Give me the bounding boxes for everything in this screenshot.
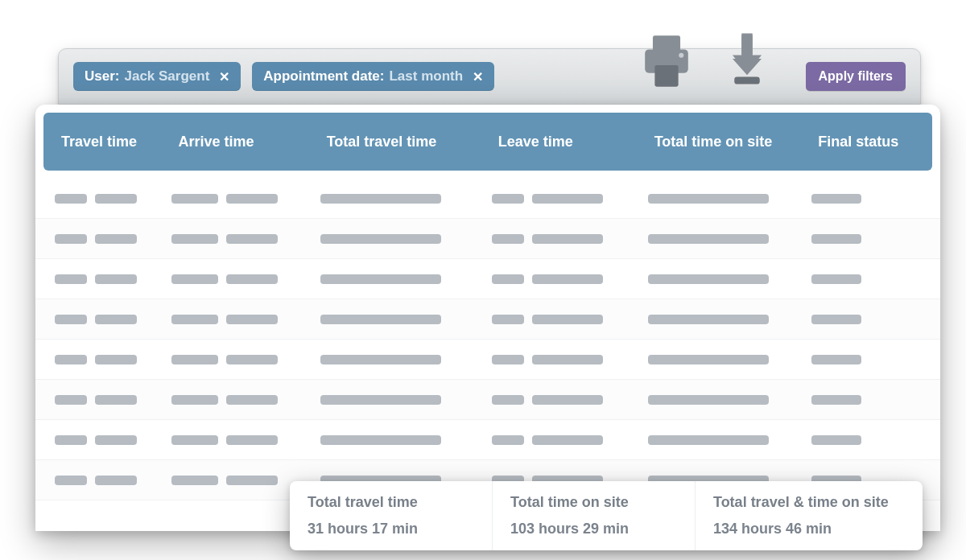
- summary-combined: Total travel & time on site 134 hours 46…: [696, 481, 923, 550]
- table-cell: [648, 234, 812, 244]
- placeholder: [55, 234, 87, 244]
- placeholder: [226, 234, 278, 244]
- table-cell: [648, 395, 812, 405]
- table-cell: [55, 435, 171, 445]
- placeholder: [492, 274, 524, 284]
- table-cell: [648, 315, 812, 324]
- filter-chip-user[interactable]: User: Jack Sargent ✕: [73, 62, 241, 91]
- table-header: Travel time Arrive time Total travel tim…: [43, 113, 932, 171]
- summary-popover: Total travel time 31 hours 17 min Total …: [290, 481, 923, 550]
- column-header-leave-time[interactable]: Leave time: [492, 134, 648, 150]
- table-cell: [171, 395, 320, 405]
- table-panel: Travel time Arrive time Total travel tim…: [35, 105, 940, 531]
- table-cell: [171, 435, 320, 445]
- placeholder: [492, 355, 524, 364]
- table-cell: [55, 476, 171, 485]
- table-cell: [492, 234, 648, 244]
- placeholder: [171, 194, 218, 204]
- table-row[interactable]: [35, 179, 940, 219]
- table-row[interactable]: [35, 219, 940, 259]
- placeholder: [811, 234, 861, 244]
- placeholder: [532, 355, 603, 364]
- placeholder: [648, 435, 769, 445]
- table-row[interactable]: [35, 420, 940, 460]
- toolbar: User: Jack Sargent ✕ Appointment date: L…: [58, 48, 921, 105]
- table-cell: [811, 355, 921, 364]
- close-icon[interactable]: ✕: [219, 69, 229, 84]
- placeholder: [55, 274, 87, 284]
- column-header-total-travel[interactable]: Total travel time: [320, 134, 492, 150]
- placeholder: [532, 234, 603, 244]
- placeholder: [226, 315, 278, 324]
- table-cell: [171, 315, 320, 324]
- placeholder: [811, 395, 861, 405]
- table-row[interactable]: [35, 340, 940, 380]
- placeholder: [320, 274, 441, 284]
- placeholder: [171, 315, 218, 324]
- table-cell: [492, 435, 648, 445]
- table-cell: [648, 274, 812, 284]
- table-cell: [811, 435, 921, 445]
- table-cell: [171, 355, 320, 364]
- print-button[interactable]: [630, 12, 703, 93]
- placeholder: [55, 194, 87, 204]
- placeholder: [171, 274, 218, 284]
- table-cell: [492, 355, 648, 364]
- placeholder: [95, 395, 137, 405]
- printer-icon: [635, 30, 698, 93]
- table-row[interactable]: [35, 259, 940, 299]
- placeholder: [95, 476, 137, 485]
- apply-filters-button[interactable]: Apply filters: [806, 62, 906, 91]
- table-cell: [320, 395, 492, 405]
- placeholder: [648, 315, 769, 324]
- table-body: [35, 179, 940, 500]
- table-cell: [320, 315, 492, 324]
- placeholder: [492, 315, 524, 324]
- placeholder: [55, 435, 87, 445]
- column-header-arrive-time[interactable]: Arrive time: [172, 134, 320, 150]
- table-cell: [320, 274, 492, 284]
- placeholder: [55, 395, 87, 405]
- placeholder: [320, 395, 441, 405]
- placeholder: [95, 194, 137, 204]
- table-cell: [55, 194, 171, 204]
- column-header-final-status[interactable]: Final status: [811, 134, 921, 150]
- filter-chip-label: User:: [85, 68, 119, 84]
- placeholder: [532, 435, 603, 445]
- summary-value: 31 hours 17 min: [308, 521, 474, 537]
- placeholder: [320, 355, 441, 364]
- close-icon[interactable]: ✕: [473, 69, 483, 84]
- placeholder: [55, 315, 87, 324]
- svg-marker-5: [733, 56, 762, 74]
- placeholder: [226, 355, 278, 364]
- placeholder: [171, 435, 218, 445]
- table-row[interactable]: [35, 299, 940, 340]
- placeholder: [532, 315, 603, 324]
- table-cell: [492, 194, 648, 204]
- placeholder: [811, 315, 861, 324]
- placeholder: [648, 194, 769, 204]
- column-header-time-on-site[interactable]: Total time on site: [648, 134, 812, 150]
- column-header-travel-time[interactable]: Travel time: [55, 134, 172, 150]
- table-cell: [648, 355, 812, 364]
- summary-total-travel: Total travel time 31 hours 17 min: [290, 481, 493, 550]
- placeholder: [648, 274, 769, 284]
- table-cell: [492, 274, 648, 284]
- placeholder: [492, 194, 524, 204]
- placeholder: [95, 234, 137, 244]
- filter-chip-value: Jack Sargent: [124, 68, 209, 84]
- placeholder: [95, 274, 137, 284]
- placeholder: [492, 234, 524, 244]
- placeholder: [226, 476, 278, 485]
- placeholder: [226, 395, 278, 405]
- placeholder: [95, 315, 137, 324]
- table-row[interactable]: [35, 380, 940, 420]
- download-button[interactable]: [711, 12, 783, 93]
- table-cell: [320, 435, 492, 445]
- placeholder: [811, 355, 861, 364]
- placeholder: [55, 355, 87, 364]
- placeholder: [171, 355, 218, 364]
- table-cell: [55, 355, 171, 364]
- svg-rect-0: [652, 35, 679, 51]
- filter-chip-date[interactable]: Appointment date: Last month ✕: [252, 62, 494, 91]
